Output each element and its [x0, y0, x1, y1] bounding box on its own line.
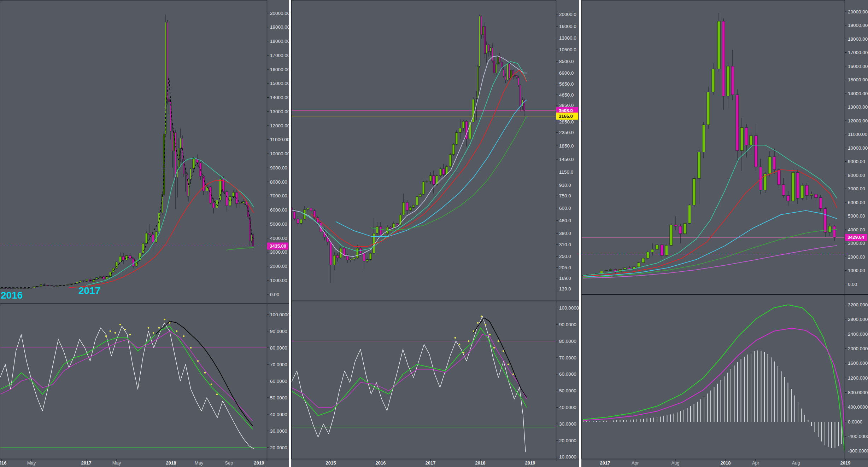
panel-svg-1: 2016201720000.0019000.0018000.0017000.00…	[0, 0, 289, 467]
panel-svg-3: 20000.0019000.0018000.0017000.0016000.00…	[581, 0, 868, 467]
price-axis-area-1[interactable]	[267, 0, 289, 459]
indicator-pane-area-3[interactable]	[582, 295, 844, 459]
indicator-pane-area-1[interactable]	[0, 304, 266, 459]
indicator-pane-area-2[interactable]	[292, 301, 556, 459]
date-axis-area-1[interactable]	[0, 459, 289, 467]
chart-panel-2[interactable]: 20000.016000.013000.010500.08500.06900.0…	[291, 0, 579, 467]
price-axis-area-2[interactable]	[556, 0, 579, 459]
price-axis-area-3[interactable]	[845, 0, 868, 459]
panel-svg-2: 20000.016000.013000.010500.08500.06900.0…	[291, 0, 579, 467]
date-axis-area-2[interactable]	[291, 459, 579, 467]
price-pane-area-1[interactable]	[0, 0, 266, 303]
chart-panel-3[interactable]: 20000.0019000.0018000.0017000.0016000.00…	[581, 0, 868, 467]
price-pane-area-3[interactable]	[582, 0, 844, 294]
price-pane-area-2[interactable]	[292, 0, 556, 300]
chart-panel-1[interactable]: 2016201720000.0019000.0018000.0017000.00…	[0, 0, 289, 467]
date-axis-area-3[interactable]	[581, 459, 868, 467]
